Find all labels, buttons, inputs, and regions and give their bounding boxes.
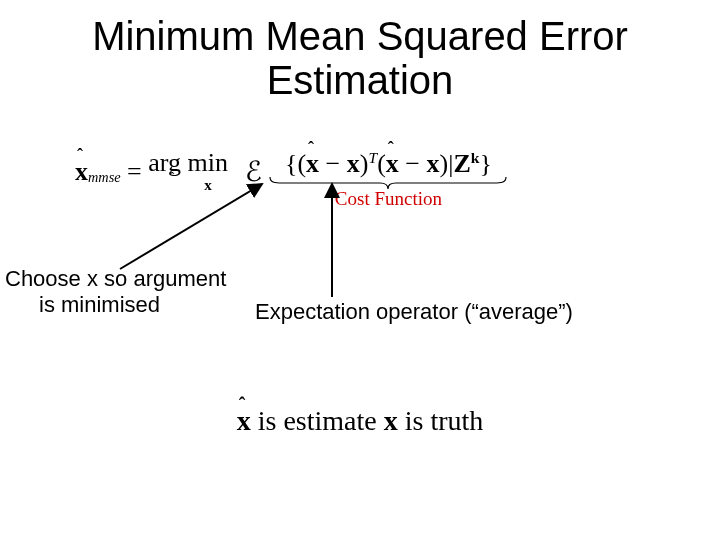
hat-icon: ˆ — [239, 394, 246, 417]
xhat-estimate: ˆ x — [237, 405, 251, 437]
x-symbol: x — [384, 405, 398, 436]
argmin-caption-line-1: Choose x so argument — [5, 266, 226, 291]
slide: Minimum Mean Squared Error Estimation ˆ … — [0, 0, 720, 540]
svg-line-0 — [120, 184, 262, 269]
argmin-caption: Choose x so argument is minimised — [5, 266, 226, 319]
is-estimate-text: is estimate — [258, 405, 384, 436]
is-truth-text: is truth — [405, 405, 484, 436]
argmin-caption-line-2: is minimised — [5, 292, 160, 318]
expectation-caption: Expectation operator (“average”) — [255, 299, 573, 325]
bottom-definition: ˆ x is estimate x is truth — [0, 405, 720, 437]
